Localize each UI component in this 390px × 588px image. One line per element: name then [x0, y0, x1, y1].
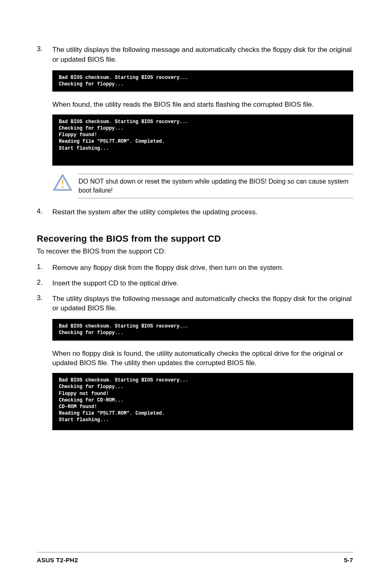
footer-product: ASUS T2-PH2 [37, 557, 78, 563]
list-number: 2. [37, 278, 52, 288]
terminal-output: Bad BIOS checksum. Starting BIOS recover… [52, 373, 353, 430]
terminal-output: Bad BIOS checksum. Starting BIOS recover… [52, 114, 353, 166]
footer-page-number: 5-7 [344, 557, 353, 563]
warning-icon [52, 174, 73, 191]
body-text: To recover the BIOS from the support CD: [37, 247, 353, 256]
warning-callout: DO NOT shut down or reset the system whi… [52, 174, 353, 199]
list-text: The utility displays the following messa… [52, 294, 353, 314]
svg-point-3 [62, 186, 64, 188]
list-item: 1. Remove any floppy disk from the flopp… [37, 263, 353, 273]
list-number: 4. [37, 207, 52, 217]
list-text: Insert the support CD to the optical dri… [52, 278, 353, 288]
list-text: The utility displays the following messa… [52, 45, 353, 65]
list-item: 3. The utility displays the following me… [37, 294, 353, 314]
terminal-output: Bad BIOS checksum. Starting BIOS recover… [52, 70, 353, 92]
body-text: When no floppy disk is found, the utilit… [52, 349, 353, 368]
list-item: 2. Insert the support CD to the optical … [37, 278, 353, 288]
list-item: 3. The utility displays the following me… [37, 45, 353, 65]
list-text: Remove any floppy disk from the floppy d… [52, 263, 353, 273]
list-item: 4. Restart the system after the utility … [37, 207, 353, 217]
terminal-output: Bad BIOS checksum. Starting BIOS recover… [52, 319, 353, 340]
list-number: 3. [37, 45, 52, 65]
warning-text: DO NOT shut down or reset the system whi… [78, 174, 353, 199]
list-number: 1. [37, 263, 52, 273]
list-text: Restart the system after the utility com… [52, 207, 353, 217]
list-number: 3. [37, 294, 52, 314]
page-footer: ASUS T2-PH2 5-7 [37, 552, 353, 563]
body-text: When found, the utility reads the BIOS f… [52, 100, 353, 110]
svg-rect-2 [62, 179, 63, 184]
section-heading: Recovering the BIOS from the support CD [37, 233, 353, 244]
